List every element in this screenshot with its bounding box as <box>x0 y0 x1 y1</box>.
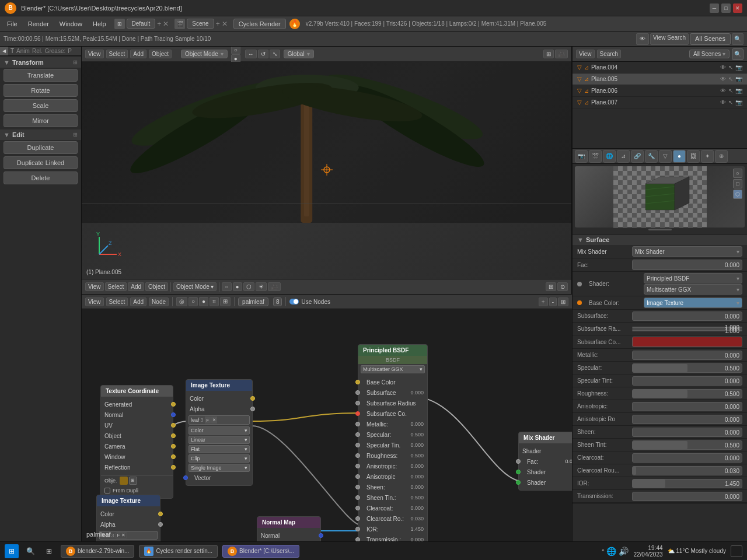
rel-tab[interactable]: Rel. <box>32 48 43 54</box>
outliner-view[interactable]: View <box>576 50 595 58</box>
outliner-row-plane006[interactable]: ▽ ⊿ Plane.006 👁 ↖ 📷 <box>573 85 747 97</box>
ne-zoom-out[interactable]: - <box>549 298 557 306</box>
taskbar-cycles[interactable]: 🔥 Cycles render settin... <box>139 545 218 558</box>
view-search-button[interactable]: View Search <box>650 33 689 45</box>
mix-shader-node[interactable]: Mix Shader Shader Fac: 0.000 <box>518 432 572 491</box>
cam-icon-plane006[interactable]: 📷 <box>735 88 742 94</box>
shader-selector1[interactable]: Principled BSDF <box>644 273 742 284</box>
translate-button[interactable]: Translate <box>4 69 78 82</box>
shader-selector2[interactable]: Multiscatter GGX <box>644 284 742 295</box>
node-obj-btn[interactable]: ⊞ <box>129 477 137 485</box>
tray-up-arrow[interactable]: ^ <box>602 548 604 554</box>
image-texture-top-node[interactable]: Image Texture Color Alpha <box>186 379 253 486</box>
metallic-slider[interactable]: 0.000 <box>632 351 742 360</box>
start-button[interactable]: ⊞ <box>5 544 19 558</box>
transmission-slider[interactable]: 0.000 <box>632 492 742 501</box>
anisotropic-ro-slider[interactable]: 0.000 <box>632 415 742 424</box>
ne-composit-icon[interactable]: ⊞ <box>220 297 231 306</box>
surface-header[interactable]: ▼ Surface <box>573 235 747 245</box>
material-name[interactable]: palmleaf <box>238 298 268 306</box>
texture-coordinate-node[interactable]: Texture Coordinate Generated Normal UV <box>100 385 173 499</box>
ne-material-icon[interactable]: ◎ <box>176 297 187 306</box>
menu-help[interactable]: Help <box>88 19 111 29</box>
prop-world-icon[interactable]: 🌐 <box>603 150 616 163</box>
use-nodes-toggle[interactable]: Use Nodes <box>289 299 330 305</box>
icon-2[interactable]: ● <box>233 282 242 291</box>
shading-wire[interactable]: ○ <box>231 47 240 54</box>
scale-button[interactable]: Scale <box>4 99 78 112</box>
transform-scale-icon[interactable]: ⤡ <box>270 50 280 58</box>
node-editor[interactable]: View Select Add Node ◎ ○ ● ⌗ ⊞ palmleaf <box>82 294 572 541</box>
taskbar-blender-main[interactable]: B blender-2.79b-win... <box>61 545 134 558</box>
normal-map-node[interactable]: Normal Map Normal Tangent Space▾ <box>257 516 321 541</box>
eye-icon-plane004[interactable]: 👁 <box>720 64 726 71</box>
image-selector[interactable]: leaf 3 F ✕ <box>189 415 250 425</box>
menu-window[interactable]: Window <box>55 19 87 29</box>
panel-toggle[interactable]: ◀ <box>0 47 8 55</box>
eye-icon-plane007[interactable]: 👁 <box>720 99 726 106</box>
duplicate-linked-button[interactable]: Duplicate Linked <box>4 156 78 169</box>
prop-object-icon[interactable]: ⊿ <box>617 150 630 163</box>
scene-remove[interactable]: ✕ <box>222 20 228 28</box>
eye-icon-plane005[interactable]: 👁 <box>720 76 726 82</box>
menu-render[interactable]: Render <box>23 19 54 29</box>
base-color-selector[interactable]: Image Texture <box>644 298 742 308</box>
render-preview[interactable]: 🎥 <box>555 50 568 58</box>
preview-divider-handle[interactable] <box>575 228 745 232</box>
single-dropdown[interactable]: Single Image▾ <box>189 464 250 472</box>
img-x-btn[interactable]: ✕ <box>211 416 217 424</box>
ne-line-icon[interactable]: ⌗ <box>210 297 219 306</box>
dropdown-clip[interactable]: Clip▾ <box>186 454 252 463</box>
prop-particles-icon[interactable]: ✦ <box>701 150 714 163</box>
delete-button[interactable]: Delete <box>4 172 78 184</box>
cursor-icon-plane005[interactable]: ↖ <box>728 76 733 82</box>
cursor-icon-plane004[interactable]: ↖ <box>728 64 733 71</box>
fac-value[interactable]: 0.000 <box>632 260 742 270</box>
select-menu[interactable]: Select <box>106 50 128 58</box>
mode-selector[interactable]: Object Mode ▾ <box>181 50 228 58</box>
search-icon[interactable]: 🔍 <box>732 33 743 45</box>
all-scenes-dropdown[interactable]: All Scenes ▾ <box>689 50 729 58</box>
dropdown-single[interactable]: Single Image▾ <box>186 463 252 473</box>
duplicate-button[interactable]: Duplicate <box>4 141 78 154</box>
preview-sphere[interactable]: ○ <box>733 169 742 178</box>
minimize-button[interactable]: ─ <box>710 4 719 13</box>
ior-slider[interactable]: 1.450 <box>632 479 742 488</box>
preview-cube[interactable]: ⬡ <box>733 190 742 199</box>
prop-material-icon[interactable]: ● <box>673 150 686 163</box>
layers-icon[interactable]: ⊞ <box>543 50 554 58</box>
subsurface-slider[interactable]: 0.000 <box>632 312 742 321</box>
clearcoat-rou-slider[interactable]: 0.030 <box>632 466 742 475</box>
prop-physics-icon[interactable]: ⊕ <box>715 150 728 163</box>
prop-render-icon[interactable]: 📷 <box>575 150 588 163</box>
icon-4[interactable]: ☀ <box>256 282 267 291</box>
ne-zoom-in[interactable]: + <box>539 298 548 306</box>
ne-snap[interactable]: ⊞ <box>558 298 568 306</box>
view-button[interactable]: 👁 <box>636 33 649 45</box>
mirror-button[interactable]: Mirror <box>4 114 78 127</box>
p-tab[interactable]: P <box>68 48 72 54</box>
prop-constraint-icon[interactable]: 🔗 <box>631 150 644 163</box>
icon-1[interactable]: ○ <box>222 282 231 291</box>
clearcoat-slider[interactable]: 0.000 <box>632 453 742 463</box>
task-view[interactable]: ⊞ <box>42 544 56 558</box>
anim-tab[interactable]: Anim <box>16 48 30 54</box>
dropdown-color[interactable]: Color▾ <box>186 426 252 435</box>
linear-dropdown[interactable]: Linear▾ <box>189 436 250 444</box>
engine-selector[interactable]: Multiscatter GGX▾ <box>361 365 425 373</box>
vp-add[interactable]: Add <box>128 282 144 291</box>
spec-tint-slider[interactable]: 0.000 <box>632 376 742 386</box>
dropdown-flat[interactable]: Flat▾ <box>186 444 252 454</box>
search-button[interactable]: 🔍 <box>23 544 37 558</box>
ne-select[interactable]: Select <box>106 298 128 306</box>
cursor-icon-plane006[interactable]: ↖ <box>728 88 733 94</box>
dropdown-linear[interactable]: Linear▾ <box>186 435 252 444</box>
taskbar-blender-file[interactable]: B Blender* [C:\Users\... <box>222 545 299 558</box>
clock[interactable]: 19:44 22/04/2023 <box>633 545 662 558</box>
cursor-icon-plane007[interactable]: ↖ <box>728 99 733 106</box>
scene-selector[interactable]: Scene <box>187 19 214 29</box>
ne-lamp-icon[interactable]: ● <box>199 297 208 306</box>
menu-file[interactable]: File <box>2 19 22 29</box>
all-scenes-selector[interactable]: All Scenes <box>690 33 731 45</box>
outliner-search-btn[interactable]: Search <box>597 50 622 58</box>
